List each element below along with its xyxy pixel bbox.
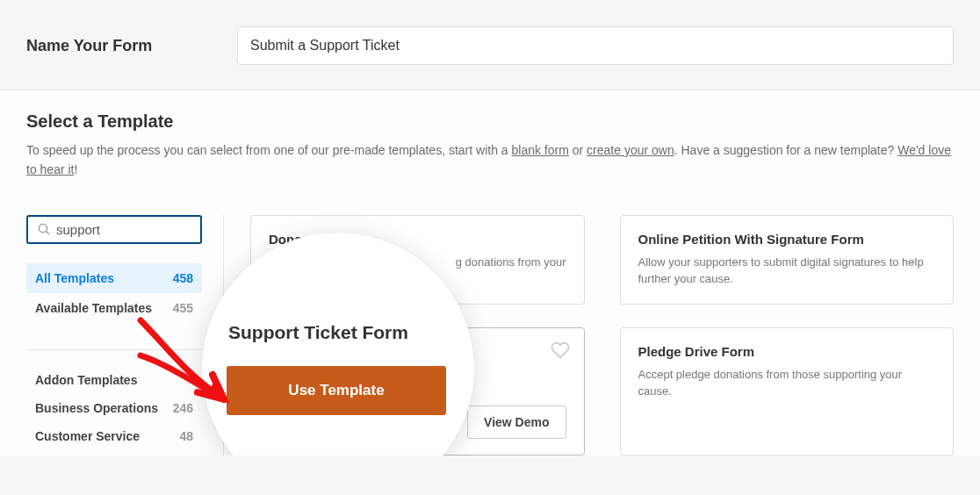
template-title: Online Petition With Signature Form: [638, 232, 936, 247]
desc-text: or: [569, 143, 587, 157]
template-browser: All Templates 458 Available Templates 45…: [0, 189, 980, 456]
category-count: 246: [173, 401, 193, 415]
category-label: Customer Service: [35, 429, 140, 443]
favorite-icon[interactable]: [551, 341, 570, 362]
template-intro: Select a Template To speed up the proces…: [0, 90, 980, 189]
form-name-row: Name Your Form: [0, 0, 980, 90]
sidebar-divider: [26, 349, 202, 350]
category-label: All Templates: [35, 271, 114, 285]
magnifier-title: Support Ticket Form: [228, 322, 451, 343]
desc-text: !: [74, 162, 77, 176]
category-label: Available Templates: [35, 301, 152, 315]
category-count: 458: [173, 271, 193, 285]
template-search[interactable]: [26, 215, 202, 244]
desc-text: . Have a suggestion for a new template?: [674, 143, 897, 157]
category-label: Business Operations: [35, 401, 158, 415]
category-addon-templates[interactable]: Addon Templates: [26, 366, 202, 394]
category-secondary-list: Addon Templates Business Operations 246 …: [26, 366, 202, 450]
category-label: Addon Templates: [35, 373, 137, 387]
category-count: 48: [179, 429, 193, 443]
search-icon: [37, 222, 51, 236]
template-card-pledge-drive[interactable]: Pledge Drive Form Accept pledge donation…: [620, 327, 955, 456]
category-count: 455: [173, 301, 193, 315]
template-title: Pledge Drive Form: [638, 344, 936, 359]
select-template-desc: To speed up the process you can select f…: [26, 140, 954, 180]
blank-form-link[interactable]: blank form: [512, 143, 569, 157]
desc-text: To speed up the process you can select f…: [26, 143, 512, 157]
form-name-input[interactable]: [237, 26, 954, 65]
category-customer-service[interactable]: Customer Service 48: [26, 422, 202, 450]
select-template-heading: Select a Template: [26, 111, 954, 132]
category-primary-list: All Templates 458 Available Templates 45…: [26, 263, 202, 323]
category-business-operations[interactable]: Business Operations 246: [26, 394, 202, 422]
svg-line-1: [47, 232, 49, 234]
template-desc: Accept pledge donations from those suppo…: [638, 366, 936, 400]
form-name-label: Name Your Form: [26, 37, 237, 55]
view-demo-button[interactable]: View Demo: [467, 405, 566, 439]
create-your-own-link[interactable]: create your own: [587, 143, 674, 157]
svg-point-0: [39, 225, 47, 233]
template-card-petition[interactable]: Online Petition With Signature Form Allo…: [620, 215, 955, 305]
category-available-templates[interactable]: Available Templates 455: [26, 293, 202, 323]
template-sidebar: All Templates 458 Available Templates 45…: [26, 215, 224, 456]
category-all-templates[interactable]: All Templates 458: [26, 263, 202, 293]
template-search-input[interactable]: [56, 222, 191, 237]
template-desc: Allow your supporters to submit digital …: [638, 254, 936, 288]
use-template-button[interactable]: Use Template: [227, 366, 446, 415]
